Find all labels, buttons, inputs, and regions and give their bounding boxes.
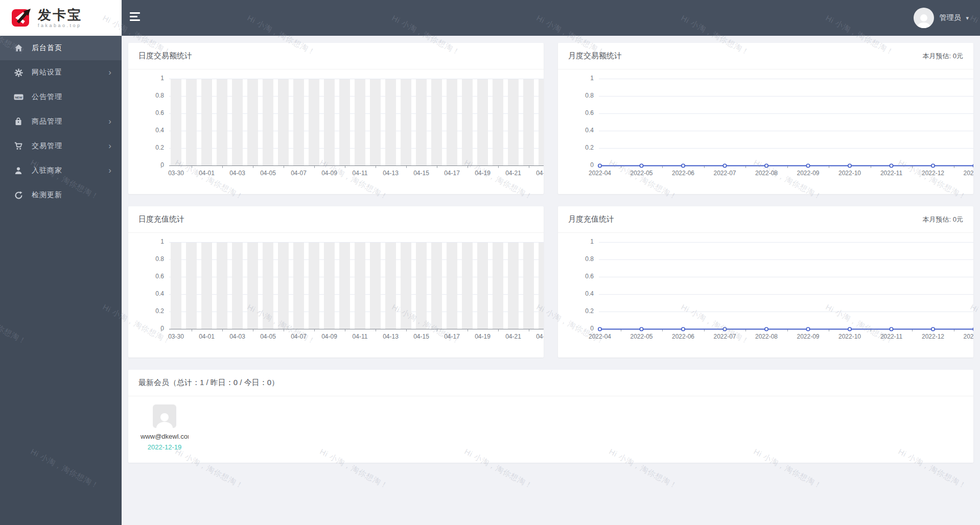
bar-background-stripe xyxy=(523,79,534,165)
x-axis-tick xyxy=(529,166,529,168)
bar-background-stripe xyxy=(339,243,350,329)
y-axis-label: 0.8 xyxy=(128,92,164,99)
bar-background-stripe xyxy=(355,243,365,329)
x-axis-tick xyxy=(468,329,468,331)
sidebar-item-公告管理[interactable]: NEW公告管理 xyxy=(0,85,122,109)
merchant-icon xyxy=(13,166,24,175)
member-register-date: 2022-12-19 xyxy=(141,443,189,451)
bar-background-stripe xyxy=(217,243,227,329)
sidebar-item-后台首页[interactable]: 后台首页 xyxy=(0,36,122,60)
bar-background-stripe xyxy=(247,79,258,165)
chart-plot-area: 00.20.40.60.8103-3004-0104-0304-0504-070… xyxy=(128,69,544,194)
bar-background-stripe xyxy=(539,79,544,165)
y-axis-label: 0.6 xyxy=(128,273,164,280)
chart-card-daily-recharge: 日度充值统计00.20.40.60.8103-3004-0104-0304-05… xyxy=(128,206,544,357)
x-axis-tick xyxy=(498,166,499,168)
x-axis-label: 04-07 xyxy=(284,170,314,177)
x-axis-tick xyxy=(345,166,345,168)
y-axis-label: 0.4 xyxy=(128,290,164,297)
brand-logo: 发卡宝 fakabao.top xyxy=(0,0,122,36)
brand-name: 发卡宝 xyxy=(38,8,82,21)
x-axis-tick xyxy=(498,329,499,331)
bar-background-stripe xyxy=(171,243,181,329)
sidebar-item-网站设置[interactable]: 网站设置› xyxy=(0,60,122,85)
line-series xyxy=(558,69,973,194)
sidebar-item-label: 公告管理 xyxy=(32,92,111,102)
x-axis-label: 04-17 xyxy=(437,170,468,177)
sidebar-item-商品管理[interactable]: 商品管理› xyxy=(0,109,122,134)
x-axis-line xyxy=(169,165,544,166)
x-axis-label: 04-13 xyxy=(376,170,406,177)
brand-logo-icon xyxy=(10,7,33,29)
x-axis-tick xyxy=(376,166,376,168)
chevron-right-icon: › xyxy=(108,167,111,174)
user-avatar-icon xyxy=(914,8,934,28)
bar-background-stripe xyxy=(293,79,304,165)
x-axis-label: 04-03 xyxy=(222,333,253,340)
bar-background-stripe xyxy=(416,243,427,329)
x-axis-tick xyxy=(161,166,161,168)
bar-background-stripe xyxy=(416,79,427,165)
bar-background-stripe xyxy=(186,243,197,329)
y-axis-label: 1 xyxy=(128,75,164,82)
bar-background-stripe xyxy=(370,79,381,165)
x-axis-label: 03-30 xyxy=(161,333,192,340)
x-axis-label: 04-19 xyxy=(468,170,498,177)
x-axis-label: 04-11 xyxy=(345,170,376,177)
sidebar-item-入驻商家[interactable]: 入驻商家› xyxy=(0,158,122,183)
bar-background-stripe xyxy=(493,243,503,329)
x-axis-tick xyxy=(284,329,284,331)
x-axis-label: 04-23 xyxy=(529,333,544,340)
x-axis-tick xyxy=(253,166,253,168)
x-axis-tick xyxy=(406,166,407,168)
x-axis-tick xyxy=(161,329,161,331)
monthly-estimate-label: 本月预估: 0元 xyxy=(923,215,963,224)
bar-background-stripe xyxy=(539,243,544,329)
bar-background-stripe xyxy=(431,243,442,329)
member-email: www@dkewl.com xyxy=(141,433,189,440)
user-menu[interactable]: 管理员 ▾ xyxy=(914,0,969,36)
chart-title: 月度充值统计 xyxy=(568,214,614,224)
menu-toggle-button[interactable] xyxy=(130,12,143,23)
y-axis-label: 0.6 xyxy=(128,109,164,116)
refresh-icon xyxy=(13,191,24,200)
bar-background-stripe xyxy=(217,79,227,165)
x-axis-tick xyxy=(314,329,315,331)
bar-background-stripe xyxy=(293,243,304,329)
monthly-estimate-label: 本月预估: 0元 xyxy=(923,52,963,61)
x-axis-label: 04-17 xyxy=(437,333,468,340)
chart-title: 月度交易额统计 xyxy=(568,51,622,61)
bar-background-stripe xyxy=(385,243,396,329)
x-axis-label: 04-05 xyxy=(253,170,284,177)
chart-card-monthly-sales: 月度交易额统计本月预估: 0元00.20.40.60.812022-042022… xyxy=(558,43,973,194)
bar-background-stripe xyxy=(201,79,212,165)
sidebar-item-检测更新[interactable]: 检测更新 xyxy=(0,183,122,207)
bar-background-stripe xyxy=(309,243,319,329)
chart-title: 日度充值统计 xyxy=(138,214,184,224)
y-axis-label: 0.4 xyxy=(128,127,164,134)
x-axis-tick xyxy=(222,166,223,168)
bar-background-stripe xyxy=(508,79,519,165)
sidebar-item-交易管理[interactable]: 交易管理› xyxy=(0,134,122,158)
topbar: 管理员 ▾ xyxy=(122,0,980,36)
x-axis-tick xyxy=(437,166,437,168)
x-axis-label: 04-01 xyxy=(192,170,222,177)
bar-background-stripe xyxy=(477,79,488,165)
bar-background-stripe xyxy=(447,79,457,165)
y-axis-label: 0.2 xyxy=(128,144,164,151)
sidebar-item-label: 检测更新 xyxy=(32,190,111,200)
cart-icon xyxy=(13,142,24,150)
chevron-right-icon: › xyxy=(108,142,111,150)
bar-background-stripe xyxy=(278,243,289,329)
chevron-right-icon: › xyxy=(108,69,111,76)
bar-background-stripe xyxy=(232,79,243,165)
bar-background-stripe xyxy=(447,243,457,329)
sidebar-item-label: 网站设置 xyxy=(32,68,108,77)
latest-members-card: 最新会员（总计：1 / 昨日：0 / 今日：0） www@dkewl.com20… xyxy=(128,370,973,463)
x-axis-label: 04-11 xyxy=(345,333,376,340)
member-item[interactable]: www@dkewl.com2022-12-19 xyxy=(141,404,189,451)
bar-background-stripe xyxy=(462,79,473,165)
chart-card-daily-sales: 日度交易额统计00.20.40.60.8103-3004-0104-0304-0… xyxy=(128,43,544,194)
brand-domain: fakabao.top xyxy=(38,23,82,28)
chart-plot-area: 00.20.40.60.812022-042022-052022-062022-… xyxy=(558,69,973,194)
